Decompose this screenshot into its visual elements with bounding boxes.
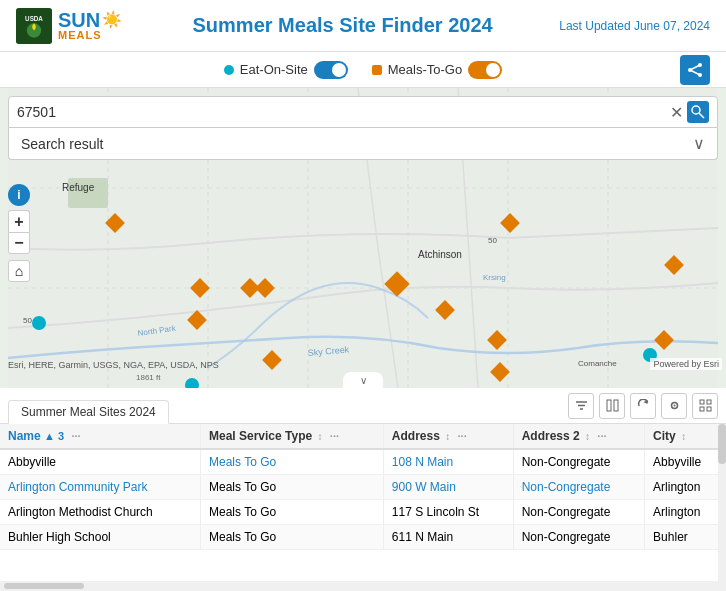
name-sort-icon[interactable]: ▲ 3 [44, 430, 64, 442]
columns-icon [606, 399, 619, 412]
svg-rect-31 [614, 400, 618, 411]
usda-logo-icon: USDA [16, 8, 52, 44]
map-marker-orange[interactable] [503, 216, 517, 230]
eat-on-site-toggle-group: Eat-On-Site [224, 61, 348, 79]
cell-address: 117 S Lincoln St [383, 500, 513, 525]
filter-icon [575, 399, 588, 412]
powered-by-esri: Powered by Esri [650, 358, 722, 370]
svg-rect-38 [707, 407, 711, 411]
expand-map-handle[interactable]: ∨ [343, 372, 383, 388]
map-marker-orange[interactable] [493, 365, 507, 379]
meal-more-icon[interactable]: ··· [330, 430, 339, 442]
name-more-icon[interactable]: ··· [71, 430, 80, 442]
cell-address[interactable]: 900 W Main [383, 475, 513, 500]
cell-name: Abbyville [0, 449, 201, 475]
svg-text:USDA: USDA [25, 14, 43, 21]
share-icon [687, 62, 703, 78]
info-button[interactable]: i [8, 184, 30, 206]
map-marker-orange[interactable] [190, 313, 204, 327]
grid-view-button[interactable] [692, 393, 718, 419]
meals-to-go-dot [372, 65, 382, 75]
col-header-city: City ↕ [645, 424, 726, 449]
search-input[interactable] [17, 104, 670, 120]
map-marker-orange[interactable] [657, 333, 671, 347]
map-marker-orange[interactable] [258, 281, 272, 295]
table-tab-summer-meal-sites[interactable]: Summer Meal Sites 2024 [8, 400, 169, 424]
map-marker-teal[interactable] [32, 316, 46, 330]
svg-text:50: 50 [488, 236, 497, 245]
refresh-button[interactable] [630, 393, 656, 419]
address2-more-icon[interactable]: ··· [597, 430, 606, 442]
cell-address2: Non-Congregate [513, 525, 644, 550]
cell-name: Buhler High School [0, 525, 201, 550]
cell-meal-service: Meals To Go [201, 475, 384, 500]
cell-address2: Non-Congregate [513, 449, 644, 475]
cell-name: Arlington Methodist Church [0, 500, 201, 525]
search-result-row[interactable]: Search result ∨ [8, 128, 718, 160]
search-input-row: ✕ [8, 96, 718, 128]
app-header: USDA SUN ☀️ MEALS Summer Meals Site Find… [0, 0, 726, 52]
meals-text: MEALS [58, 30, 122, 41]
refresh-icon [637, 399, 650, 412]
meal-sort-icon[interactable]: ↕ [318, 431, 323, 442]
cell-city: Arlington [645, 500, 726, 525]
cell-address[interactable]: 108 N Main [383, 449, 513, 475]
svg-rect-36 [707, 400, 711, 404]
table-row: Arlington Community ParkMeals To Go900 W… [0, 475, 726, 500]
map-label-refuge: Refuge [62, 182, 94, 193]
map-marker-teal[interactable] [185, 378, 199, 388]
zoom-out-button[interactable]: − [8, 232, 30, 254]
bottom-scrollbar-thumb[interactable] [4, 583, 84, 589]
sun-meals-logo: SUN ☀️ MEALS [58, 10, 122, 41]
address-sort-icon[interactable]: ↕ [445, 431, 450, 442]
table-scrollbar[interactable] [718, 424, 726, 581]
map-marker-orange[interactable] [193, 281, 207, 295]
search-expand-button[interactable] [687, 101, 709, 123]
grid-icon [699, 399, 712, 412]
table-toolbar [568, 393, 718, 419]
table-row: Arlington Methodist ChurchMeals To Go117… [0, 500, 726, 525]
search-clear-button[interactable]: ✕ [670, 103, 683, 122]
map-marker-orange[interactable] [108, 216, 122, 230]
map-marker-orange[interactable] [265, 353, 279, 367]
home-button[interactable]: ⌂ [8, 260, 30, 282]
eat-on-site-knob [332, 63, 346, 77]
svg-rect-30 [607, 400, 611, 411]
cell-meal-service[interactable]: Meals To Go [201, 449, 384, 475]
address-more-icon[interactable]: ··· [458, 430, 467, 442]
share-button[interactable] [680, 55, 710, 85]
map-marker-orange[interactable] [667, 258, 681, 272]
table-scrollbar-thumb[interactable] [718, 424, 726, 464]
chevron-down-icon: ∨ [693, 134, 705, 153]
table-row: AbbyvilleMeals To Go108 N MainNon-Congre… [0, 449, 726, 475]
svg-point-34 [673, 405, 675, 407]
svg-point-25 [692, 106, 700, 114]
map-area[interactable]: Sky Creek North Park Krsing 50 50 Comanc… [0, 88, 726, 388]
map-label-atchinson: Atchinson [418, 249, 462, 260]
address2-sort-icon[interactable]: ↕ [585, 431, 590, 442]
zoom-in-button[interactable]: + [8, 210, 30, 232]
columns-button[interactable] [599, 393, 625, 419]
svg-line-7 [690, 70, 700, 75]
search-box: ✕ Search result ∨ [8, 96, 718, 160]
eat-on-site-toggle[interactable] [314, 61, 348, 79]
city-sort-icon[interactable]: ↕ [681, 431, 686, 442]
meals-to-go-toggle[interactable] [468, 61, 502, 79]
table-header-row: Name ▲ 3 ··· Meal Service Type ↕ ··· Add… [0, 424, 726, 449]
cell-address2[interactable]: Non-Congregate [513, 475, 644, 500]
filter-button[interactable] [568, 393, 594, 419]
bottom-scrollbar[interactable] [0, 581, 726, 591]
svg-rect-37 [700, 407, 704, 411]
data-table: Name ▲ 3 ··· Meal Service Type ↕ ··· Add… [0, 424, 726, 581]
map-marker-orange[interactable] [490, 333, 504, 347]
map-marker-orange[interactable] [438, 303, 452, 317]
svg-text:1861 ft: 1861 ft [136, 373, 161, 382]
map-marker-orange[interactable] [388, 275, 406, 293]
map-attribution: Esri, HERE, Garmin, USGS, NGA, EPA, USDA… [8, 360, 219, 370]
meals-to-go-label: Meals-To-Go [388, 62, 462, 77]
cell-name[interactable]: Arlington Community Park [0, 475, 201, 500]
view-toggle-button[interactable] [661, 393, 687, 419]
svg-text:Comanche: Comanche [578, 359, 617, 368]
page-title: Summer Meals Site Finder 2024 [126, 14, 559, 37]
col-header-address: Address ↕ ··· [383, 424, 513, 449]
